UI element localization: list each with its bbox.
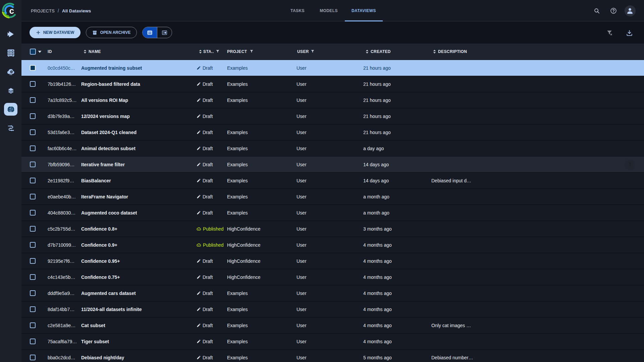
svg-text:c: c: [9, 6, 14, 16]
